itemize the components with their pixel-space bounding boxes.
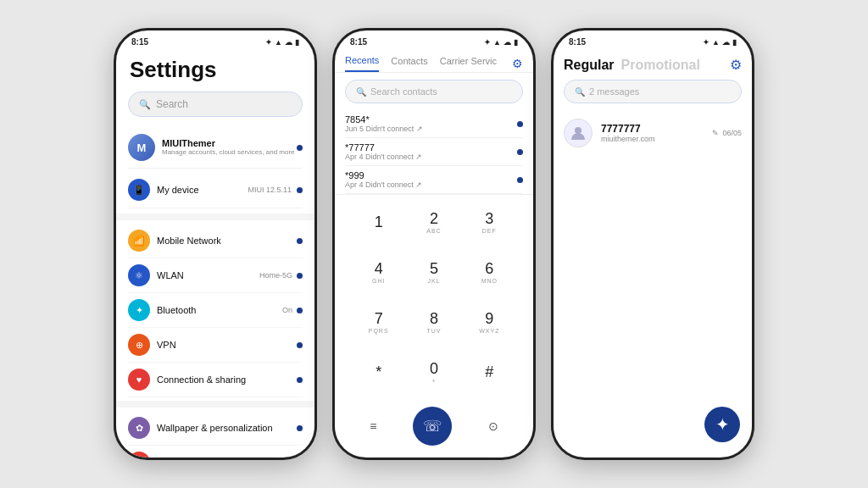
mobile-network-icon: 📶 [128, 230, 150, 252]
call-dot-3 [517, 177, 523, 183]
status-icons-2: ✦ ▲ ☁ ▮ [484, 38, 518, 47]
dial-hash[interactable]: # [463, 348, 516, 396]
messages-search-placeholder: 2 messages [589, 86, 639, 97]
call-number-1: 7854* [345, 114, 517, 125]
dialer-search-bar[interactable]: 🔍 Search contacts [345, 80, 523, 103]
wlan-sub: Home-5G [259, 271, 292, 280]
dialer-tabs: Recents Contacts Carrier Servic ⚙ [335, 50, 533, 73]
msg-avatar-1 [564, 119, 593, 147]
tab-recents[interactable]: Recents [345, 55, 379, 72]
dialpad-toggle-icon[interactable]: ≡ [370, 419, 376, 433]
vpn-icon: ⊕ [128, 334, 150, 356]
tab-contacts[interactable]: Contacts [391, 56, 427, 71]
connection-sharing-icon: ♥ [128, 369, 150, 391]
messages-search-bar[interactable]: 🔍 2 messages [564, 80, 742, 103]
profile-desc: Manage accounts, cloud services, and mor… [162, 148, 297, 157]
msg-time-1: 06/05 [722, 129, 742, 137]
dial-6[interactable]: 6MNO [463, 248, 516, 297]
wallpaper-label: Wallpaper & personalization [157, 423, 297, 433]
tab-regular[interactable]: Regular [564, 58, 615, 73]
dial-4[interactable]: 4GHI [352, 248, 405, 297]
dial-star[interactable]: * [352, 348, 405, 396]
time-3: 8:15 [569, 37, 586, 47]
messages-header: Regular Promotional ⚙ [564, 50, 742, 80]
call-3[interactable]: *999 Apr 4 Didn't connect ↗ [345, 166, 523, 194]
compose-button[interactable]: ✦ [704, 407, 740, 442]
settings-section-2: ✿ Wallpaper & personalization ⊗ Always-o… [128, 411, 303, 458]
phones-container: 8:15 ✦ ▲ ☁ ▮ Settings 🔍 Search M [97, 11, 771, 477]
avatar: M [128, 134, 155, 161]
status-bar-1: 8:15 ✦ ▲ ☁ ▮ [116, 30, 314, 50]
settings-item-connection-sharing[interactable]: ♥ Connection & sharing [128, 363, 303, 397]
person-icon [570, 125, 587, 141]
dialer-screen: 8:15 ✦ ▲ ☁ ▮ Recents Contacts Carrier Se… [335, 30, 533, 458]
dial-3[interactable]: 3DEF [463, 198, 516, 247]
call-detail-3: Apr 4 Didn't connect ↗ [345, 180, 517, 189]
gear-icon[interactable]: ⚙ [512, 57, 523, 70]
device-row[interactable]: 📱 My device MIUI 12.5.11 [128, 172, 303, 208]
call-1[interactable]: 7854* Jun 5 Didn't connect ↗ [345, 110, 523, 138]
phone-settings: 8:15 ✦ ▲ ☁ ▮ Settings 🔍 Search M [114, 28, 317, 460]
section-divider-2 [116, 401, 314, 408]
settings-item-display-lock[interactable]: ⊗ Always-on display & Lock screen [128, 446, 303, 458]
messages-screen: 8:15 ✦ ▲ ☁ ▮ Regular Promotional ⚙ [554, 30, 752, 458]
bluetooth-label: Bluetooth [157, 305, 282, 315]
messages-search-icon: 🔍 [575, 87, 585, 97]
settings-search-bar[interactable]: 🔍 Search [128, 92, 303, 117]
call-dot-1 [517, 121, 523, 127]
messages-tabs: Regular Promotional [564, 58, 700, 73]
settings-content: Settings 🔍 Search M MIUIThemer Manage ac… [116, 50, 314, 458]
settings-item-mobile-network[interactable]: 📶 Mobile Network [128, 224, 303, 258]
compose-icon: ✦ [715, 414, 730, 435]
call-icon: ☏ [423, 417, 442, 435]
wlan-icon: ⚛ [128, 264, 150, 286]
connection-sharing-label: Connection & sharing [157, 374, 297, 385]
status-icons-1: ✦ ▲ ☁ ▮ [265, 38, 299, 47]
status-icons-3: ✦ ▲ ☁ ▮ [703, 38, 737, 47]
call-button[interactable]: ☏ [413, 407, 452, 446]
device-label: My device [157, 185, 248, 195]
settings-item-wallpaper[interactable]: ✿ Wallpaper & personalization [128, 411, 303, 446]
dial-0[interactable]: 0+ [407, 348, 460, 396]
call-dot-2 [517, 149, 523, 155]
dial-5[interactable]: 5JKL [407, 248, 460, 297]
search-placeholder: Search [156, 98, 188, 110]
device-icon: 📱 [128, 179, 150, 201]
settings-item-vpn[interactable]: ⊕ VPN [128, 328, 303, 363]
profile-row[interactable]: M MIUIThemer Manage accounts, cloud serv… [128, 127, 303, 169]
message-item-1[interactable]: 7777777 miuithemer.com ✎ 06/05 [564, 112, 742, 154]
msg-name-1: 7777777 [601, 123, 712, 135]
status-bar-2: 8:15 ✦ ▲ ☁ ▮ [335, 30, 533, 50]
dial-7[interactable]: 7PQRS [352, 298, 405, 347]
settings-item-wlan[interactable]: ⚛ WLAN Home-5G [128, 258, 303, 293]
call-2[interactable]: *77777 Apr 4 Didn't connect ↗ [345, 138, 523, 166]
time-1: 8:15 [131, 37, 148, 47]
dot-2 [297, 187, 303, 193]
messages-content: Regular Promotional ⚙ 🔍 2 messages [554, 50, 752, 458]
tab-carrier[interactable]: Carrier Servic [440, 56, 497, 71]
tab-promotional[interactable]: Promotional [621, 58, 700, 73]
call-info-3: *999 Apr 4 Didn't connect ↗ [345, 170, 517, 189]
dial-2[interactable]: 2ABC [407, 198, 460, 247]
settings-icon[interactable]: ⊙ [488, 419, 498, 433]
profile-name: MIUIThemer [162, 138, 297, 148]
wallpaper-icon: ✿ [128, 417, 150, 439]
dial-1[interactable]: 1 [352, 198, 405, 247]
settings-title: Settings [130, 57, 303, 83]
dial-8[interactable]: 8TUV [407, 298, 460, 347]
phone-dialer: 8:15 ✦ ▲ ☁ ▮ Recents Contacts Carrier Se… [332, 28, 536, 460]
dialer-search-icon: 🔍 [356, 87, 366, 97]
call-detail-2: Apr 4 Didn't connect ↗ [345, 152, 517, 161]
dot-indicator [297, 145, 303, 151]
time-2: 8:15 [350, 37, 367, 47]
settings-item-bluetooth[interactable]: ✦ Bluetooth On [128, 293, 303, 328]
dialer-actions: ≡ ☏ ⊙ [335, 400, 533, 458]
call-number-3: *999 [345, 170, 517, 180]
wlan-label: WLAN [157, 270, 259, 280]
messages-gear-icon[interactable]: ⚙ [730, 57, 742, 73]
dial-9[interactable]: 9WXYZ [463, 298, 516, 347]
edit-icon: ✎ [712, 129, 719, 137]
status-bar-3: 8:15 ✦ ▲ ☁ ▮ [554, 30, 752, 50]
phone-messages: 8:15 ✦ ▲ ☁ ▮ Regular Promotional ⚙ [551, 28, 754, 460]
display-lock-icon: ⊗ [128, 452, 150, 458]
